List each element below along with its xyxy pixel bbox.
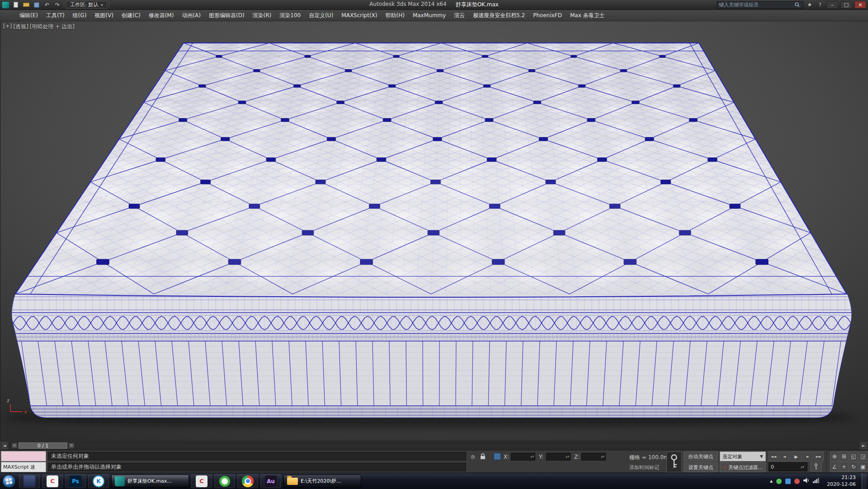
zoom-all-icon[interactable]: ⊞ [840,451,849,461]
field-of-view-icon[interactable]: ∠ [830,462,839,472]
undo-icon[interactable]: ↶ [42,1,52,9]
time-next-button[interactable]: > [68,442,75,449]
set-keys-button[interactable] [666,451,682,472]
menu-create[interactable]: 创建(C) [118,10,145,21]
time-slider-bar[interactable]: ◄ < 0 / 1 > ► [0,440,868,450]
key-filters-button[interactable]: ✓ 关键点过滤器... [720,462,766,472]
time-slider-track[interactable]: < 0 / 1 > [9,442,859,450]
maxscript-macro-recorder[interactable] [1,451,46,461]
taskbar-app-2[interactable]: C [42,475,63,488]
favorites-star-icon[interactable]: ★ [806,1,814,9]
maximize-button[interactable]: □ [840,1,852,9]
search-input[interactable] [719,2,791,8]
taskbar-chrome[interactable] [237,475,258,488]
timeline-right-arrow-icon[interactable]: ► [860,442,867,450]
menu-render-cloud[interactable]: 渲云 [450,10,469,21]
menu-animation[interactable]: 动画(A) [178,10,205,21]
workspace-selector[interactable]: 工作区: 默认 ▾ [66,1,107,9]
menu-graph-editors[interactable]: 图形编辑器(D) [205,10,249,21]
play-button[interactable]: ▶ [790,451,802,461]
y-coordinate-field[interactable]: ▲▼ [546,453,571,461]
menu-maxscript[interactable]: MAXScript(X) [337,11,381,20]
menu-slim-archive[interactable]: 极速瘦身安全归档5.2 [469,10,529,21]
menu-views[interactable]: 视图(V) [90,10,118,21]
tray-green-icon[interactable] [776,479,782,484]
taskbar-clock[interactable]: 21:23 2020-12-06 [823,475,859,488]
set-key-button[interactable]: 设置关键点 [684,462,718,472]
menu-maxmummy[interactable]: MaxMummy [409,11,450,20]
taskbar-audition[interactable]: Au [260,475,281,488]
time-slider-handle[interactable]: 0 / 1 [19,442,67,449]
spinner-icon[interactable]: ▲▼ [565,456,570,458]
pan-icon[interactable]: + [840,462,849,472]
maximize-viewport-icon[interactable]: ▣ [859,462,868,472]
tray-expand-icon[interactable]: ▲ [770,479,773,483]
viewport-canvas[interactable]: zx [0,21,868,440]
viewport-pov-menu[interactable]: [透视] [13,23,28,31]
menu-customize[interactable]: 自定义(U) [305,10,337,21]
zoom-extents-all-icon[interactable]: ◲ [859,451,868,461]
perspective-viewport[interactable]: zx [+] [透视] [明暗处理 + 边面] [0,21,868,440]
taskbar-app-k[interactable]: K [88,475,109,488]
clock-time: 21:23 [827,475,856,481]
search-icon[interactable] [793,1,801,9]
isolate-selection-icon[interactable]: ◎ [469,452,477,461]
menu-group[interactable]: 组(G) [69,10,91,21]
previous-frame-button[interactable]: ◄ [779,451,789,461]
maxscript-mini-listener[interactable]: MAXScript 迷 [1,462,46,472]
taskbar-photoshop[interactable]: Ps [65,475,86,488]
viewport-general-menu[interactable]: [+] [3,23,12,31]
volume-icon[interactable] [803,478,809,484]
menu-tools[interactable]: 工具(T) [42,10,69,21]
close-button[interactable]: × [854,1,866,9]
infocenter-search[interactable] [717,1,803,9]
taskbar-explorer-task[interactable]: E:\天竹2020\舒... [283,475,361,488]
spinner-icon[interactable]: ▲▼ [800,466,805,468]
menu-help[interactable]: 帮助(H) [382,10,409,21]
divider [826,451,827,472]
z-coordinate-field[interactable]: ▲▼ [581,453,606,461]
selection-lock-icon[interactable] [479,452,487,461]
orbit-icon[interactable]: ↻ [849,462,858,472]
taskbar-app-1[interactable] [19,475,40,488]
show-desktop-button[interactable] [862,473,867,489]
minimize-button[interactable]: – [826,1,838,9]
taskbar-3dsmax-task[interactable]: 舒享床垫OK.max... [111,475,189,488]
help-icon[interactable]: ? [816,1,824,9]
time-prev-button[interactable]: < [11,442,18,449]
x-coordinate-field[interactable]: ▲▼ [511,453,535,461]
add-time-tag-button[interactable]: 添加时间标记 [629,464,659,471]
redo-icon[interactable]: ↷ [53,1,62,9]
viewport-shading-menu[interactable]: [明暗处理 + 边面] [30,23,75,31]
zoom-extents-icon[interactable]: ◱ [849,451,858,461]
go-to-start-button[interactable]: ◄◄ [769,451,778,461]
taskbar-360-browser[interactable] [214,475,235,488]
menu-edit[interactable]: 编辑(E) [15,10,42,21]
selection-status: 未选定任何对象 [48,452,466,461]
menu-antivirus[interactable]: Max 杀毒卫士 [566,10,609,21]
current-frame-field[interactable]: 0 ▲▼ [769,462,807,471]
taskbar-app-5[interactable]: C [191,475,212,488]
go-to-end-button[interactable]: ►► [814,451,824,461]
spinner-icon[interactable]: ▲▼ [600,456,605,458]
key-mode-toggle[interactable] [810,462,822,471]
tray-blue-icon[interactable] [785,479,791,484]
key-filter-selection-dropdown[interactable]: 选定对象 ▼ [720,451,766,461]
new-file-icon[interactable] [11,1,20,9]
network-icon[interactable] [813,478,819,484]
zoom-icon[interactable]: ⊕ [830,451,839,461]
menu-render100[interactable]: 渲染100 [275,10,305,21]
next-frame-button[interactable]: ► [803,451,813,461]
spinner-icon[interactable]: ▲▼ [529,456,535,458]
tray-red-icon[interactable] [794,479,800,484]
absolute-offset-toggle-icon[interactable] [494,453,501,460]
timeline-left-arrow-icon[interactable]: ◄ [1,442,8,450]
auto-key-button[interactable]: 自动关键点 [684,451,718,461]
start-button[interactable] [1,474,17,489]
menu-modifiers[interactable]: 修改器(M) [145,10,178,21]
save-file-icon[interactable] [32,1,41,9]
menu-rendering[interactable]: 渲染(R) [249,10,276,21]
3dsmax-app-icon[interactable] [2,1,9,9]
open-file-icon[interactable] [22,1,31,9]
menu-phoenixfd[interactable]: PhoenixFD [529,11,566,20]
